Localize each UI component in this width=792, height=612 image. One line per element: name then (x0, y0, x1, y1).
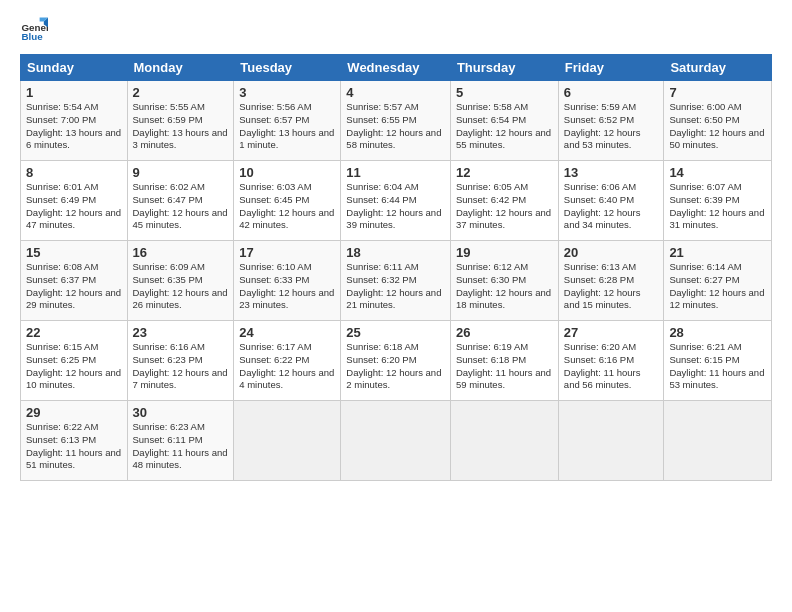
day-number: 5 (456, 85, 553, 100)
col-saturday: Saturday (664, 55, 772, 81)
table-row (664, 401, 772, 481)
day-number: 1 (26, 85, 122, 100)
table-row: 15 Sunrise: 6:08 AMSunset: 6:37 PMDaylig… (21, 241, 128, 321)
col-sunday: Sunday (21, 55, 128, 81)
day-number: 13 (564, 165, 659, 180)
table-row: 18 Sunrise: 6:11 AMSunset: 6:32 PMDaylig… (341, 241, 451, 321)
day-info: Sunrise: 6:13 AMSunset: 6:28 PMDaylight:… (564, 261, 659, 312)
day-number: 4 (346, 85, 445, 100)
day-info: Sunrise: 6:22 AMSunset: 6:13 PMDaylight:… (26, 421, 122, 472)
day-info: Sunrise: 6:08 AMSunset: 6:37 PMDaylight:… (26, 261, 122, 312)
day-info: Sunrise: 6:18 AMSunset: 6:20 PMDaylight:… (346, 341, 445, 392)
day-number: 9 (133, 165, 229, 180)
day-number: 18 (346, 245, 445, 260)
day-number: 29 (26, 405, 122, 420)
day-info: Sunrise: 5:56 AMSunset: 6:57 PMDaylight:… (239, 101, 335, 152)
day-number: 3 (239, 85, 335, 100)
day-info: Sunrise: 6:12 AMSunset: 6:30 PMDaylight:… (456, 261, 553, 312)
table-row: 19 Sunrise: 6:12 AMSunset: 6:30 PMDaylig… (450, 241, 558, 321)
day-number: 30 (133, 405, 229, 420)
day-number: 16 (133, 245, 229, 260)
calendar-header-row: Sunday Monday Tuesday Wednesday Thursday… (21, 55, 772, 81)
table-row (558, 401, 664, 481)
day-info: Sunrise: 6:19 AMSunset: 6:18 PMDaylight:… (456, 341, 553, 392)
day-info: Sunrise: 5:59 AMSunset: 6:52 PMDaylight:… (564, 101, 659, 152)
calendar-week-row: 8 Sunrise: 6:01 AMSunset: 6:49 PMDayligh… (21, 161, 772, 241)
day-info: Sunrise: 6:02 AMSunset: 6:47 PMDaylight:… (133, 181, 229, 232)
page: General Blue Sunday Monday Tuesday Wedne… (0, 0, 792, 612)
day-info: Sunrise: 6:07 AMSunset: 6:39 PMDaylight:… (669, 181, 766, 232)
day-info: Sunrise: 5:54 AMSunset: 7:00 PMDaylight:… (26, 101, 122, 152)
logo-icon: General Blue (20, 16, 48, 44)
day-number: 27 (564, 325, 659, 340)
day-number: 24 (239, 325, 335, 340)
day-info: Sunrise: 6:00 AMSunset: 6:50 PMDaylight:… (669, 101, 766, 152)
day-number: 23 (133, 325, 229, 340)
table-row (341, 401, 451, 481)
calendar-week-row: 29 Sunrise: 6:22 AMSunset: 6:13 PMDaylig… (21, 401, 772, 481)
day-number: 19 (456, 245, 553, 260)
table-row: 16 Sunrise: 6:09 AMSunset: 6:35 PMDaylig… (127, 241, 234, 321)
logo: General Blue (20, 16, 50, 44)
table-row: 3 Sunrise: 5:56 AMSunset: 6:57 PMDayligh… (234, 81, 341, 161)
day-number: 6 (564, 85, 659, 100)
day-number: 26 (456, 325, 553, 340)
table-row: 23 Sunrise: 6:16 AMSunset: 6:23 PMDaylig… (127, 321, 234, 401)
day-number: 14 (669, 165, 766, 180)
table-row: 27 Sunrise: 6:20 AMSunset: 6:16 PMDaylig… (558, 321, 664, 401)
table-row: 13 Sunrise: 6:06 AMSunset: 6:40 PMDaylig… (558, 161, 664, 241)
day-info: Sunrise: 6:09 AMSunset: 6:35 PMDaylight:… (133, 261, 229, 312)
day-number: 21 (669, 245, 766, 260)
day-number: 10 (239, 165, 335, 180)
day-number: 11 (346, 165, 445, 180)
table-row: 30 Sunrise: 6:23 AMSunset: 6:11 PMDaylig… (127, 401, 234, 481)
table-row: 17 Sunrise: 6:10 AMSunset: 6:33 PMDaylig… (234, 241, 341, 321)
calendar-week-row: 1 Sunrise: 5:54 AMSunset: 7:00 PMDayligh… (21, 81, 772, 161)
day-info: Sunrise: 6:06 AMSunset: 6:40 PMDaylight:… (564, 181, 659, 232)
header: General Blue (20, 16, 772, 44)
day-info: Sunrise: 6:23 AMSunset: 6:11 PMDaylight:… (133, 421, 229, 472)
calendar-week-row: 22 Sunrise: 6:15 AMSunset: 6:25 PMDaylig… (21, 321, 772, 401)
table-row: 1 Sunrise: 5:54 AMSunset: 7:00 PMDayligh… (21, 81, 128, 161)
table-row: 29 Sunrise: 6:22 AMSunset: 6:13 PMDaylig… (21, 401, 128, 481)
table-row: 22 Sunrise: 6:15 AMSunset: 6:25 PMDaylig… (21, 321, 128, 401)
day-info: Sunrise: 6:04 AMSunset: 6:44 PMDaylight:… (346, 181, 445, 232)
table-row: 25 Sunrise: 6:18 AMSunset: 6:20 PMDaylig… (341, 321, 451, 401)
day-number: 15 (26, 245, 122, 260)
table-row: 9 Sunrise: 6:02 AMSunset: 6:47 PMDayligh… (127, 161, 234, 241)
day-info: Sunrise: 6:11 AMSunset: 6:32 PMDaylight:… (346, 261, 445, 312)
day-info: Sunrise: 6:21 AMSunset: 6:15 PMDaylight:… (669, 341, 766, 392)
calendar-table: Sunday Monday Tuesday Wednesday Thursday… (20, 54, 772, 481)
table-row: 20 Sunrise: 6:13 AMSunset: 6:28 PMDaylig… (558, 241, 664, 321)
col-tuesday: Tuesday (234, 55, 341, 81)
day-info: Sunrise: 6:17 AMSunset: 6:22 PMDaylight:… (239, 341, 335, 392)
col-friday: Friday (558, 55, 664, 81)
day-info: Sunrise: 5:55 AMSunset: 6:59 PMDaylight:… (133, 101, 229, 152)
svg-text:Blue: Blue (21, 31, 43, 42)
day-info: Sunrise: 6:20 AMSunset: 6:16 PMDaylight:… (564, 341, 659, 392)
col-monday: Monday (127, 55, 234, 81)
table-row: 7 Sunrise: 6:00 AMSunset: 6:50 PMDayligh… (664, 81, 772, 161)
day-info: Sunrise: 6:16 AMSunset: 6:23 PMDaylight:… (133, 341, 229, 392)
table-row: 5 Sunrise: 5:58 AMSunset: 6:54 PMDayligh… (450, 81, 558, 161)
day-number: 22 (26, 325, 122, 340)
table-row: 6 Sunrise: 5:59 AMSunset: 6:52 PMDayligh… (558, 81, 664, 161)
table-row: 24 Sunrise: 6:17 AMSunset: 6:22 PMDaylig… (234, 321, 341, 401)
table-row: 4 Sunrise: 5:57 AMSunset: 6:55 PMDayligh… (341, 81, 451, 161)
table-row: 21 Sunrise: 6:14 AMSunset: 6:27 PMDaylig… (664, 241, 772, 321)
day-info: Sunrise: 6:03 AMSunset: 6:45 PMDaylight:… (239, 181, 335, 232)
day-number: 7 (669, 85, 766, 100)
day-number: 8 (26, 165, 122, 180)
table-row (450, 401, 558, 481)
calendar-week-row: 15 Sunrise: 6:08 AMSunset: 6:37 PMDaylig… (21, 241, 772, 321)
table-row: 26 Sunrise: 6:19 AMSunset: 6:18 PMDaylig… (450, 321, 558, 401)
day-info: Sunrise: 5:58 AMSunset: 6:54 PMDaylight:… (456, 101, 553, 152)
table-row: 8 Sunrise: 6:01 AMSunset: 6:49 PMDayligh… (21, 161, 128, 241)
table-row: 2 Sunrise: 5:55 AMSunset: 6:59 PMDayligh… (127, 81, 234, 161)
day-info: Sunrise: 6:01 AMSunset: 6:49 PMDaylight:… (26, 181, 122, 232)
day-number: 2 (133, 85, 229, 100)
day-number: 12 (456, 165, 553, 180)
table-row (234, 401, 341, 481)
table-row: 28 Sunrise: 6:21 AMSunset: 6:15 PMDaylig… (664, 321, 772, 401)
day-info: Sunrise: 6:05 AMSunset: 6:42 PMDaylight:… (456, 181, 553, 232)
